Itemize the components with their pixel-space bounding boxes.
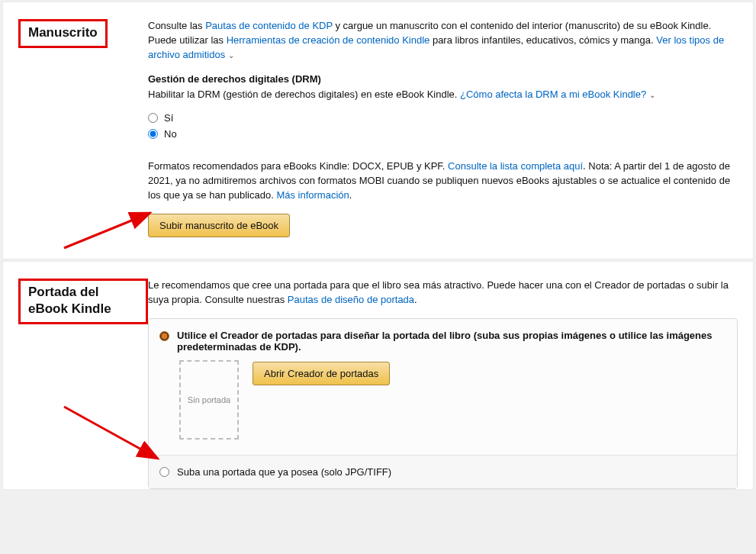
drm-no-radio[interactable] (148, 129, 158, 139)
drm-yes-label: Sí (164, 112, 173, 124)
chevron-down-icon: ⌄ (228, 51, 234, 60)
drm-no-label: No (164, 128, 177, 140)
formats-text: Formatos recomendados para eBooks Kindle… (148, 159, 738, 203)
cover-section: Portada del eBook Kindle Le recomendamos… (2, 261, 754, 490)
upload-own-cover-label: Suba una portada que ya posea (solo JPG/… (177, 466, 391, 478)
use-cover-creator-radio[interactable] (159, 331, 169, 341)
drm-help-link[interactable]: ¿Cómo afecta la DRM a mi eBook Kindle? ⌄ (460, 89, 655, 100)
annotation-arrow-icon (60, 202, 159, 256)
cover-title: Portada del eBook Kindle (18, 279, 148, 324)
kindle-tools-link[interactable]: Herramientas de creación de contenido Ki… (227, 34, 430, 46)
cover-guidelines-link[interactable]: Pautas de diseño de portada (288, 294, 414, 305)
drm-yes-radio[interactable] (148, 113, 158, 123)
formats-list-link[interactable]: Consulte la lista completa aquí (448, 160, 583, 172)
upload-own-cover-radio[interactable] (159, 467, 169, 477)
chevron-down-icon: ⌄ (649, 91, 655, 99)
more-info-link[interactable]: Más información (276, 189, 349, 201)
svg-line-3 (64, 407, 158, 459)
open-cover-creator-button[interactable]: Abrir Creador de portadas (253, 362, 390, 385)
upload-manuscript-button[interactable]: Subir manuscrito de eBook (148, 214, 290, 237)
manuscript-intro: Consulte las Pautas de contenido de KDP … (148, 19, 738, 63)
drm-heading: Gestión de derechos digitales (DRM) (148, 73, 738, 85)
manuscript-section: Manuscrito Consulte las Pautas de conten… (2, 2, 754, 259)
svg-line-1 (64, 213, 150, 248)
cover-options-box: Utilice el Creador de portadas para dise… (148, 318, 738, 489)
use-cover-creator-label: Utilice el Creador de portadas para dise… (177, 330, 726, 353)
cover-intro: Le recomendamos que cree una portada par… (148, 279, 738, 308)
cover-thumbnail-placeholder: Sin portada (179, 360, 239, 440)
drm-text: Habilitar la DRM (gestión de derechos di… (148, 88, 738, 102)
kdp-guidelines-link[interactable]: Pautas de contenido de KDP (205, 20, 333, 31)
manuscript-title: Manuscrito (18, 19, 108, 48)
